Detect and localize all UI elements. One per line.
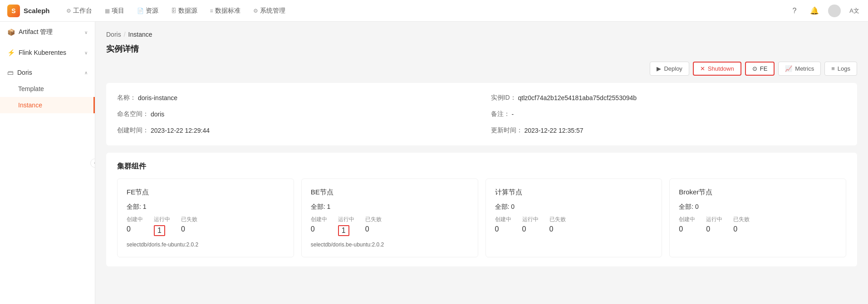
compute-failed-value: 0	[549, 225, 554, 233]
fe-total-value: 1	[143, 203, 147, 210]
logo-icon: S	[7, 5, 20, 17]
logs-button[interactable]: ≡ Logs	[824, 62, 857, 76]
broker-stat-failed: 已失败 0	[733, 216, 750, 233]
be-running-value: 1	[338, 225, 349, 236]
breadcrumb: Doris / Instance	[106, 31, 857, 38]
node-card-be: BE节点 全部: 1 创建中 0 运行中 1	[301, 179, 478, 257]
instance-updated-row: 更新时间： 2023-12-22 12:35:57	[491, 125, 847, 136]
instance-note-row: 备注： -	[491, 108, 847, 120]
artifact-arrow: ∨	[84, 30, 88, 35]
cluster-section-title: 集群组件	[117, 162, 846, 171]
nav-project[interactable]: ▦ 项目	[99, 3, 130, 19]
fe-stat-failed: 已失败 0	[181, 216, 197, 236]
be-creating-value: 0	[311, 225, 315, 233]
sidebar-template-label: Template	[18, 85, 44, 92]
be-creating-label: 创建中	[311, 216, 327, 223]
sidebar-section-artifact: 📦 Artifact 管理 ∨	[0, 22, 95, 43]
be-node-title: BE节点	[311, 188, 469, 197]
compute-node-title: 计算节点	[495, 188, 653, 197]
be-node-image: selectdb/doris.be-ubuntu:2.0.2	[311, 241, 469, 248]
sidebar-item-instance[interactable]: Instance	[0, 97, 95, 113]
fe-failed-label: 已失败	[181, 216, 197, 223]
toolbar: ▶ Deploy ✕ Shutdown ⊙ FE 📈 Metrics ≡ Log…	[106, 62, 857, 76]
metrics-button[interactable]: 📈 Metrics	[778, 62, 821, 76]
resource-icon: 📄	[137, 8, 144, 14]
broker-stat-running: 运行中 0	[706, 216, 722, 233]
instance-updated-value: 2023-12-22 12:35:57	[525, 127, 584, 134]
deploy-label: Deploy	[664, 65, 682, 72]
sidebar-group-flink[interactable]: ⚡ Flink Kuberentes ∨	[0, 44, 95, 61]
cluster-card: 集群组件 FE节点 全部: 1 创建中 0 运行中	[106, 153, 857, 266]
be-total-value: 1	[327, 203, 331, 210]
notification-icon[interactable]: 🔔	[808, 5, 821, 17]
fe-button[interactable]: ⊙ FE	[745, 62, 775, 76]
be-total-label: 全部:	[311, 203, 327, 210]
nav-workbench[interactable]: ⚙ 工作台	[61, 3, 98, 19]
instance-info-card: 名称： doris-instance 实例ID： qtlz0cf74a2b12e…	[106, 83, 857, 145]
nav-datasource[interactable]: 🗄 数据源	[166, 3, 203, 19]
broker-stat-creating: 创建中 0	[679, 216, 695, 233]
node-card-fe: FE节点 全部: 1 创建中 0 运行中 1	[117, 179, 294, 257]
fe-icon: ⊙	[752, 65, 757, 72]
fe-node-image: selectdb/doris.fe-ubuntu:2.0.2	[127, 241, 284, 248]
instance-id-value: qtlz0cf74a2b12e54181aba75dcf2553094b	[518, 94, 637, 101]
language-icon[interactable]: A文	[848, 5, 861, 17]
fe-stat-running: 运行中 1	[154, 216, 170, 236]
fe-running-label: 运行中	[154, 216, 170, 223]
fe-node-total: 全部: 1	[127, 203, 284, 211]
sidebar-group-doris-label: Doris	[17, 69, 32, 76]
artifact-icon: 📦	[7, 29, 15, 36]
compute-running-value: 0	[522, 225, 526, 233]
fe-label: FE	[760, 65, 768, 72]
nav-resource[interactable]: 📄 资源	[132, 3, 164, 19]
avatar[interactable]	[828, 5, 841, 17]
sidebar-group-artifact[interactable]: 📦 Artifact 管理 ∨	[0, 24, 95, 41]
broker-failed-label: 已失败	[733, 216, 750, 223]
logo: S Scaleph	[7, 5, 50, 17]
sidebar-group-doris[interactable]: 🗃 Doris ∧	[0, 64, 95, 81]
shutdown-button[interactable]: ✕ Shutdown	[693, 62, 741, 76]
sidebar-section-doris: 🗃 Doris ∧ Template Instance	[0, 63, 95, 115]
compute-total-label: 全部:	[495, 203, 511, 210]
broker-running-label: 运行中	[706, 216, 722, 223]
nav-items: ⚙ 工作台 ▦ 项目 📄 资源 🗄 数据源 ≡ 数据标准 ⚙ 系统管理	[61, 3, 788, 19]
fe-running-value: 1	[154, 225, 165, 236]
be-running-label: 运行中	[338, 216, 354, 223]
sidebar-item-template[interactable]: Template	[0, 81, 95, 97]
compute-stat-creating: 创建中 0	[495, 216, 511, 233]
nav-sysadmin-label: 系统管理	[260, 7, 285, 15]
content-area: Doris / Instance 实例详情 ▶ Deploy ✕ Shutdow…	[95, 22, 868, 304]
deploy-button[interactable]: ▶ Deploy	[650, 62, 689, 76]
sidebar-group-flink-label: Flink Kuberentes	[19, 49, 66, 56]
flink-arrow: ∨	[84, 50, 88, 55]
broker-running-value: 0	[706, 225, 710, 233]
be-node-stats: 创建中 0 运行中 1 已失败 0	[311, 216, 469, 236]
node-cards: FE节点 全部: 1 创建中 0 运行中 1	[117, 179, 846, 257]
instance-created-label: 创建时间：	[117, 126, 149, 135]
sidebar-group-artifact-label: Artifact 管理	[19, 28, 53, 36]
fe-node-stats: 创建中 0 运行中 1 已失败 0	[127, 216, 284, 236]
instance-id-row: 实例ID： qtlz0cf74a2b12e54181aba75dcf255309…	[491, 92, 847, 104]
compute-failed-label: 已失败	[549, 216, 566, 223]
nav-datasource-label: 数据源	[178, 7, 197, 15]
app-name: Scaleph	[24, 7, 50, 14]
compute-stat-running: 运行中 0	[522, 216, 539, 233]
fe-creating-label: 创建中	[127, 216, 143, 223]
nav-datastandard[interactable]: ≡ 数据标准	[205, 3, 246, 19]
node-card-broker: Broker节点 全部: 0 创建中 0 运行中 0	[669, 179, 846, 257]
compute-creating-label: 创建中	[495, 216, 511, 223]
be-stat-failed: 已失败 0	[365, 216, 382, 236]
metrics-icon: 📈	[785, 65, 792, 72]
breadcrumb-separator: /	[124, 31, 126, 38]
logs-icon: ≡	[831, 65, 835, 72]
nav-sysadmin[interactable]: ⚙ 系统管理	[248, 3, 291, 19]
nav-project-label: 项目	[112, 7, 124, 15]
help-icon[interactable]: ?	[788, 5, 801, 17]
be-failed-label: 已失败	[365, 216, 382, 223]
broker-failed-value: 0	[733, 225, 737, 233]
sidebar-collapse-btn[interactable]: ‹	[90, 159, 95, 168]
instance-namespace-label: 命名空间：	[117, 110, 149, 118]
instance-note-label: 备注：	[491, 110, 510, 118]
sidebar-section-flink: ⚡ Flink Kuberentes ∨	[0, 43, 95, 63]
be-stat-creating: 创建中 0	[311, 216, 327, 236]
